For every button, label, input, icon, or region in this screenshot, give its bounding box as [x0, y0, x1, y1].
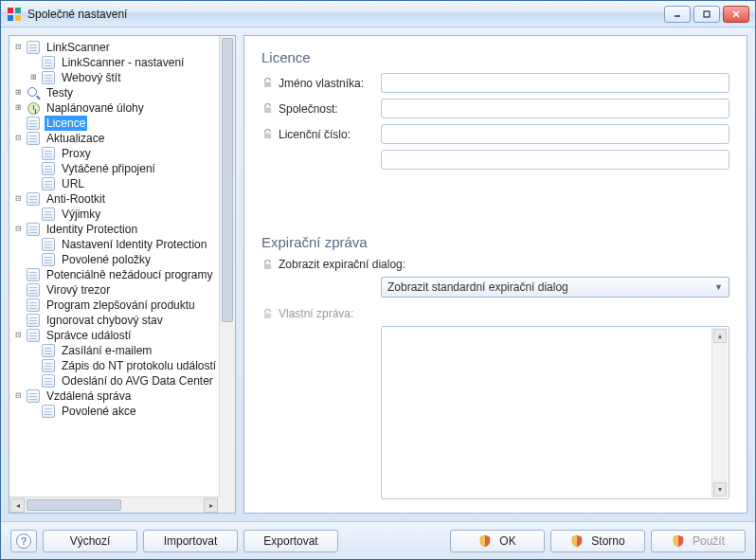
licno-input[interactable] [381, 124, 729, 144]
shield-icon [672, 534, 685, 548]
tree-item-pip[interactable]: Program zlepšování produktu [9, 298, 235, 313]
page-icon [41, 146, 56, 161]
ok-button[interactable]: OK [450, 530, 545, 552]
tree-item-antirootkit[interactable]: ⊟Anti-Rootkit [9, 191, 235, 207]
page-icon [26, 116, 41, 131]
export-button[interactable]: Exportovat [243, 530, 338, 552]
page-icon [41, 237, 56, 252]
page-icon [41, 343, 56, 358]
tree-item-dialup[interactable]: Vytáčené připojení [9, 161, 235, 176]
tree-item-scheduled[interactable]: ⊞Naplánované úlohy [9, 100, 235, 116]
tree-item-url[interactable]: URL [9, 176, 235, 191]
company-row: Společnost: [261, 99, 729, 118]
tree-item-idp[interactable]: ⊟Identity Protection [9, 222, 235, 237]
tree-item-licence[interactable]: Licence [9, 116, 235, 131]
company-input[interactable] [381, 99, 729, 118]
page-icon [41, 358, 56, 373]
scroll-up-icon[interactable]: ▴ [713, 329, 727, 343]
tree-scroll-area[interactable]: ⊟LinkScanner LinkScanner - nastavení ⊞We… [9, 36, 235, 513]
shield-icon [478, 534, 492, 548]
clock-icon [26, 100, 41, 116]
window-title: Společné nastavení [27, 8, 664, 21]
tree-panel: ⊟LinkScanner LinkScanner - nastavení ⊞We… [9, 35, 236, 514]
svg-rect-2 [8, 15, 13, 21]
scroll-corner [219, 497, 235, 513]
import-button[interactable]: Importovat [143, 530, 238, 552]
scroll-left-icon[interactable]: ◂ [10, 498, 25, 513]
tree-item-nt-log[interactable]: Zápis do NT protokolu událostí [9, 358, 235, 373]
tree-item-webshield[interactable]: ⊞Webový štít [9, 70, 235, 85]
page-icon [26, 40, 41, 55]
page-icon [26, 298, 41, 313]
minimize-button[interactable] [664, 6, 691, 23]
scroll-right-icon[interactable]: ▸ [204, 498, 218, 513]
apply-button[interactable]: Použít [651, 530, 746, 552]
default-button[interactable]: Výchozí [43, 530, 137, 552]
page-icon [26, 267, 41, 282]
exp-show-row: Zobrazit expirační dialog: [261, 258, 729, 271]
lock-icon [261, 129, 273, 140]
custom-msg-row: Vlastní zpráva: [261, 307, 729, 320]
tree-item-linkscanner[interactable]: ⊟LinkScanner [9, 40, 235, 55]
tree-horizontal-scrollbar[interactable]: ◂ ▸ [9, 497, 219, 513]
licno-row: Licenční číslo: [261, 124, 729, 144]
tree-item-idp-allowed[interactable]: Povolené položky [9, 252, 235, 267]
tree-item-idp-settings[interactable]: Nastavení Identity Protection [9, 237, 235, 252]
page-icon [41, 176, 56, 191]
svg-rect-1 [15, 8, 21, 13]
help-button[interactable]: ? [10, 530, 37, 552]
tree-item-ignore-err[interactable]: Ignorovat chybový stav [9, 313, 235, 328]
tree-item-exceptions[interactable]: Výjimky [9, 207, 235, 222]
svg-rect-9 [263, 108, 270, 114]
tree-item-pup[interactable]: Potenciálně nežádoucí programy [9, 267, 235, 282]
window-controls [664, 6, 749, 23]
tree-item-email-send[interactable]: Zasílání e-mailem [9, 343, 235, 358]
exp-dialog-select[interactable]: Zobrazit standardní expirační dialog ▼ [381, 277, 729, 298]
page-icon [26, 222, 41, 237]
shield-icon [570, 534, 584, 548]
page-icon [41, 404, 56, 419]
tree-item-tests[interactable]: ⊞Testy [9, 85, 235, 100]
custom-msg-textarea[interactable]: ▴ ▾ [381, 326, 729, 499]
tree-item-avg-dc[interactable]: Odeslání do AVG Data Center [9, 373, 235, 388]
titlebar[interactable]: Společné nastavení [1, 1, 755, 27]
page-icon [41, 55, 56, 70]
custom-msg-label: Vlastní zpráva: [279, 307, 381, 320]
cancel-button[interactable]: Storno [550, 530, 645, 552]
company-label: Společnost: [279, 102, 381, 116]
button-bar: ? Výchozí Importovat Exportovat OK Storn… [1, 521, 755, 559]
maximize-button[interactable] [693, 6, 720, 23]
help-icon: ? [16, 533, 31, 549]
lock-icon [261, 78, 273, 89]
page-icon [26, 191, 41, 207]
search-icon [26, 85, 41, 100]
exp-show-label: Zobrazit expirační dialog: [279, 258, 405, 271]
svg-rect-12 [263, 313, 270, 318]
tree-item-proxy[interactable]: Proxy [9, 146, 235, 161]
tree-item-linkscanner-settings[interactable]: LinkScanner - nastavení [9, 55, 235, 70]
owner-input[interactable] [381, 73, 729, 93]
close-button[interactable] [723, 6, 749, 23]
svg-rect-3 [15, 15, 21, 21]
expiration-section-title: Expirační zpráva [261, 234, 729, 250]
page-icon [41, 252, 56, 267]
tree-item-allowed-actions[interactable]: Povolené akce [9, 404, 235, 419]
page-icon [26, 131, 41, 146]
licno-extra-row [381, 150, 729, 170]
tree-vertical-scrollbar[interactable] [219, 36, 235, 497]
licno-extra-input[interactable] [381, 150, 729, 170]
body: ⊟LinkScanner LinkScanner - nastavení ⊞We… [1, 27, 755, 521]
tree-item-event-mgr[interactable]: ⊟Správce událostí [9, 328, 235, 343]
textarea-scrollbar[interactable]: ▴ ▾ [711, 328, 728, 497]
page-icon [26, 313, 41, 328]
tree-item-update[interactable]: ⊟Aktualizace [9, 131, 235, 146]
tree-item-vault[interactable]: Virový trezor [9, 282, 235, 298]
svg-rect-5 [704, 11, 710, 17]
svg-rect-8 [263, 82, 270, 88]
scroll-down-icon[interactable]: ▾ [713, 482, 727, 497]
page-icon [41, 70, 56, 85]
tree-item-remote[interactable]: ⊟Vzdálená správa [9, 388, 235, 404]
page-icon [26, 328, 41, 343]
svg-rect-11 [263, 263, 270, 269]
svg-rect-0 [8, 8, 13, 13]
